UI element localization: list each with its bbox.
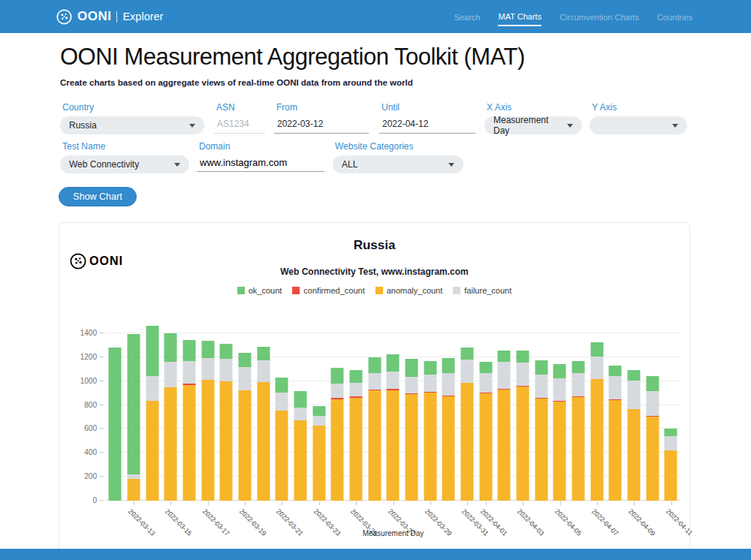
bar-segment-failure_count	[498, 362, 511, 389]
bar-segment-anomaly_count	[609, 400, 622, 501]
bar-segment-ok_count	[350, 370, 363, 383]
bar-slot	[309, 333, 328, 501]
chevron-down-icon	[174, 163, 180, 167]
y-tick-mark	[100, 405, 104, 405]
bar-slot	[476, 333, 495, 501]
bar-slot	[606, 333, 625, 501]
show-chart-button[interactable]: Show Chart	[59, 187, 137, 206]
bar-2022-03-22[interactable]	[294, 391, 307, 501]
bar-2022-04-07[interactable]	[590, 342, 603, 501]
domain-input[interactable]	[197, 155, 324, 172]
bar-segment-anomaly_count	[535, 399, 547, 501]
bar-2022-04-05[interactable]	[553, 364, 566, 501]
bar-segment-failure_count	[665, 436, 677, 450]
bar-slot	[625, 333, 644, 501]
chevron-down-icon	[567, 124, 573, 128]
bar-segment-failure_count	[424, 375, 436, 392]
nav-search[interactable]: Search	[454, 8, 481, 26]
nav-mat-charts[interactable]: MAT Charts	[498, 8, 541, 26]
bar-segment-ok_count	[257, 347, 270, 360]
chart-legend: ok_countconfirmed_countanomaly_countfail…	[59, 286, 689, 295]
bar-segment-failure_count	[146, 376, 158, 401]
legend-label: failure_count	[464, 286, 511, 295]
legend-item-ok_count: ok_count	[237, 286, 282, 295]
from-date-input[interactable]	[274, 117, 369, 134]
bar-2022-03-25[interactable]	[350, 370, 363, 501]
country-select[interactable]: Russia	[60, 116, 204, 134]
bar-2022-03-27[interactable]	[387, 354, 400, 501]
bar-2022-04-04[interactable]	[535, 360, 547, 501]
bar-2022-03-26[interactable]	[368, 357, 381, 501]
asn-input[interactable]	[214, 117, 265, 134]
bar-2022-03-16[interactable]	[183, 340, 196, 501]
bar-segment-failure_count	[461, 360, 474, 384]
nav-circumvention-charts[interactable]: Circumvention Charts	[559, 8, 639, 26]
bar-segment-failure_count	[164, 362, 177, 387]
bar-segment-failure_count	[312, 416, 325, 426]
ooni-logo-icon	[56, 9, 72, 25]
bar-2022-03-29[interactable]	[424, 361, 436, 501]
bar-2022-03-20[interactable]	[257, 347, 270, 501]
y-tick-label: 800	[70, 401, 97, 410]
bar-2022-03-28[interactable]	[406, 359, 418, 501]
until-date-input[interactable]	[379, 117, 475, 134]
bar-segment-ok_count	[479, 362, 492, 373]
bar-slot	[143, 333, 161, 501]
x-tick-mark	[634, 501, 635, 505]
y-axis-select[interactable]	[590, 116, 687, 134]
nav-countries[interactable]: Countries	[657, 8, 692, 26]
bar-2022-03-30[interactable]	[442, 358, 455, 501]
top-nav: Search MAT Charts Circumvention Charts C…	[454, 8, 692, 26]
bar-segment-anomaly_count	[572, 397, 585, 501]
bar-segment-anomaly_count	[239, 390, 252, 501]
bar-segment-anomaly_count	[590, 379, 603, 501]
bar-2022-04-11[interactable]	[665, 429, 677, 501]
bar-2022-03-24[interactable]	[331, 368, 344, 501]
bar-2022-03-21[interactable]	[276, 378, 288, 501]
bar-slot	[495, 333, 514, 501]
bar-2022-04-08[interactable]	[609, 366, 622, 501]
brand[interactable]: OONI Explorer	[56, 9, 163, 25]
bar-segment-ok_count	[609, 366, 622, 377]
bar-slot	[198, 333, 217, 501]
y-tick-label: 1200	[70, 353, 97, 362]
x-tick-mark	[319, 501, 320, 505]
bar-2022-03-31[interactable]	[461, 348, 474, 501]
x-axis-select[interactable]: Measurement Day	[484, 116, 582, 134]
bar-2022-04-01[interactable]	[479, 362, 492, 501]
bar-2022-03-13[interactable]	[128, 334, 140, 501]
y-tick-mark	[100, 476, 104, 477]
bar-segment-failure_count	[276, 393, 288, 411]
bar-segment-failure_count	[368, 373, 381, 390]
test-name-select[interactable]: Web Connectivity	[60, 155, 189, 173]
plot-area: 02004006008001000120014002022-03-132022-…	[106, 333, 680, 501]
website-categories-select[interactable]: ALL	[333, 155, 463, 173]
page-subtitle: Create charts based on aggregate views o…	[60, 78, 413, 87]
bar-2022-03-17[interactable]	[201, 341, 214, 501]
bar-2022-03-14[interactable]	[146, 326, 158, 501]
bar-2022-03-12[interactable]	[109, 348, 122, 501]
bar-segment-anomaly_count	[350, 398, 363, 501]
bar-2022-03-15[interactable]	[164, 333, 177, 501]
bar-2022-04-09[interactable]	[628, 370, 641, 501]
bar-2022-04-10[interactable]	[646, 376, 659, 501]
bar-2022-04-02[interactable]	[498, 351, 511, 501]
bar-segment-failure_count	[442, 373, 455, 396]
bar-segment-anomaly_count	[424, 393, 436, 501]
bar-2022-03-23[interactable]	[312, 406, 325, 501]
bar-2022-03-18[interactable]	[220, 344, 233, 501]
x-tick-mark	[282, 501, 282, 505]
bar-slot	[439, 333, 458, 501]
bar-segment-ok_count	[590, 342, 603, 356]
bar-2022-04-06[interactable]	[572, 361, 585, 501]
bar-segment-anomaly_count	[368, 390, 381, 501]
brand-name: OONI	[77, 9, 111, 24]
bar-2022-03-19[interactable]	[239, 353, 252, 501]
y-tick-mark	[100, 428, 104, 429]
y-tick-label: 600	[70, 424, 97, 433]
test-name-label: Test Name	[60, 141, 189, 152]
bar-segment-ok_count	[498, 351, 511, 362]
bar-2022-04-03[interactable]	[517, 351, 529, 501]
x-tick-mark	[430, 501, 431, 505]
top-navbar: OONI Explorer Search MAT Charts Circumve…	[0, 0, 751, 33]
